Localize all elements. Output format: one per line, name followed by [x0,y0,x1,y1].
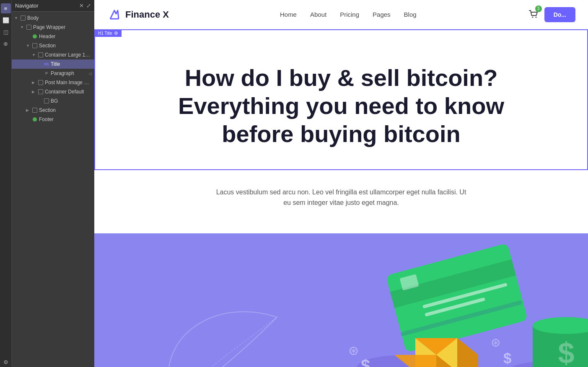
arrow-footer [26,117,32,121]
assets-icon[interactable]: ⊕ [1,39,11,49]
cart-wrapper[interactable]: 3 [528,8,539,21]
tree-footer[interactable]: Footer [12,115,94,124]
header-label: Header [39,34,55,39]
illustration-svg: $ $ ⊛ $ ⊛ [94,233,588,367]
post-main-icon [38,80,44,85]
arrow-title [38,62,44,66]
tree-section2[interactable]: ▶ Section [12,106,94,115]
arrow-section1: ▼ [26,44,32,48]
title-section: H1 Title ⚙ How do I buy & sell bitcoin? … [94,29,588,170]
arrow-bg [38,99,44,103]
section2-label: Section [39,107,56,113]
nav-home[interactable]: Home [280,11,297,18]
logo-text: Finance X [125,9,169,20]
svg-text:$: $ [503,350,511,366]
nav-icon[interactable]: ≡ [1,3,11,13]
paragraph-icon: P [44,70,49,76]
page-wrapper-label: Page Wrapper [33,24,65,30]
body-icon [20,15,26,21]
title-icon: H1 [44,61,49,67]
tree-title[interactable]: H1 Title [12,59,94,69]
section2-icon [32,107,38,113]
nav-right: 3 Do... [528,7,575,22]
main-content: Finance X Home About Pricing Pages Blog [94,0,588,367]
nav-blog[interactable]: Blog [404,11,417,18]
post-main-label: Post Main Image Wr... [45,80,92,85]
arrow-post-main: ▶ [32,80,38,85]
svg-point-0 [532,16,533,18]
paragraph-label: Paragraph [51,70,74,76]
left-icon-bar: ≡ ⬜ ◫ ⊕ ⚙ [0,0,12,367]
navbar: Finance X Home About Pricing Pages Blog [94,0,588,29]
container-default-icon [38,89,44,95]
svg-text:⊛: ⊛ [491,336,500,349]
page-wrapper-icon [26,24,32,30]
tree-bg[interactable]: BG [12,96,94,106]
paragraph-indicator: ◁ [88,71,92,76]
arrow-body: ▼ [14,16,20,20]
sidebar-title: Navigator [15,3,39,9]
arrow-container-default: ▶ [32,90,38,94]
cta-button[interactable]: Do... [544,7,575,22]
logo: Finance X [107,7,169,22]
arrow-page-wrapper: ▼ [20,25,26,29]
page-icon[interactable]: ⬜ [1,15,11,25]
title-badge-gear-icon[interactable]: ⚙ [114,31,118,36]
section1-label: Section [39,43,56,49]
svg-text:⊛: ⊛ [348,344,359,357]
sidebar-header-icons: ✕ ⤢ [79,3,91,9]
nav-links: Home About Pricing Pages Blog [280,11,417,18]
navigator-tree: ▼ Body ▼ Page Wrapper Header ▼ Section [12,12,94,367]
section1-icon [32,43,38,49]
container-large-icon [38,52,44,58]
tree-body[interactable]: ▼ Body [12,13,94,23]
footer-icon [32,116,38,122]
nav-pricing[interactable]: Pricing [340,11,359,18]
container-large-label: Container Large 1162... [45,52,92,58]
title-label: Title [51,61,60,67]
container-default-label: Container Default [45,89,84,95]
tree-section1[interactable]: ▼ Section [12,41,94,50]
tree-post-main[interactable]: ▶ Post Main Image Wr... [12,78,94,87]
illustration-section: $ $ ⊛ $ ⊛ [94,233,588,367]
expand-icon[interactable]: ⤢ [86,3,91,9]
arrow-container-large: ▼ [32,53,38,57]
tree-header[interactable]: Header [12,32,94,41]
subtitle-text: Lacus vestibulum sed arcu non. Leo vel f… [215,178,467,217]
subtitle-section: Lacus vestibulum sed arcu non. Leo vel f… [94,170,588,233]
cart-badge: 3 [535,5,542,12]
title-badge: H1 Title ⚙ [95,30,122,37]
footer-label: Footer [39,116,54,122]
nav-pages[interactable]: Pages [373,11,391,18]
bg-label: BG [51,98,58,104]
nav-about[interactable]: About [310,11,326,18]
sidebar-header: Navigator ✕ ⤢ [12,0,94,12]
tree-paragraph[interactable]: P Paragraph ◁ [12,69,94,78]
body-label: Body [27,15,39,21]
arrow-section2: ▶ [26,108,32,112]
badge-h1-label: H1 Title [98,31,112,36]
tree-container-large[interactable]: ▼ Container Large 1162... [12,50,94,59]
page-content: H1 Title ⚙ How do I buy & sell bitcoin? … [94,29,588,367]
layers-icon[interactable]: ◫ [1,27,11,37]
close-icon[interactable]: ✕ [79,3,84,9]
svg-point-1 [535,16,536,18]
bg-icon [44,98,49,104]
sidebar: Navigator ✕ ⤢ ▼ Body ▼ Page Wrapper Head [12,0,94,367]
tree-container-default[interactable]: ▶ Container Default [12,87,94,96]
arrow-header [26,34,32,39]
logo-icon [107,7,122,22]
tree-page-wrapper[interactable]: ▼ Page Wrapper [12,23,94,32]
settings-icon[interactable]: ⚙ [1,357,11,367]
main-heading: How do I buy & sell bitcoin? Everything … [153,55,530,152]
header-icon [32,34,38,39]
arrow-paragraph [38,71,44,75]
svg-text:$: $ [558,337,575,367]
svg-text:$: $ [361,357,370,367]
